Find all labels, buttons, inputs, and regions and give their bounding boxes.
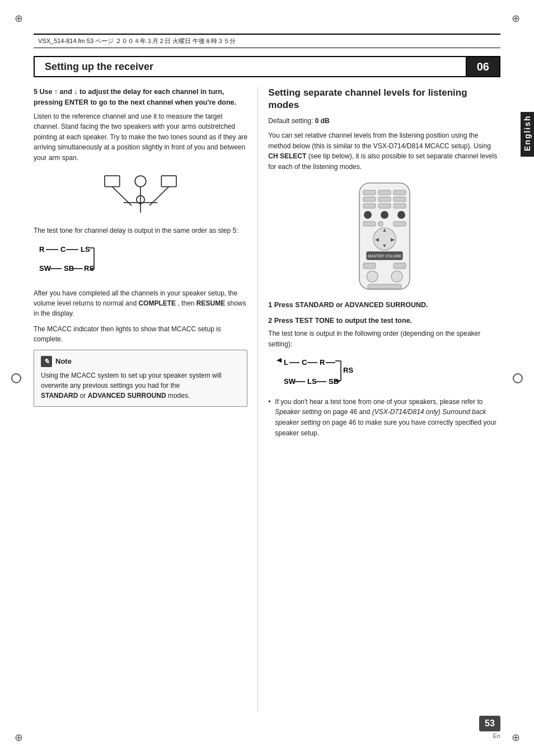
svg-text:R: R (39, 245, 45, 253)
step2-heading: 2 Press TEST TONE to output the test ton… (268, 316, 500, 326)
svg-rect-31 (394, 204, 406, 208)
channel-order-diagram: R C LS SW SB RS (34, 242, 247, 280)
svg-text:RS: RS (343, 366, 353, 374)
svg-text:C: C (60, 245, 66, 253)
bullet-text1: If you don't hear a test tone from one o… (275, 398, 483, 406)
bullet-note: If you don't hear a test tone from one o… (268, 397, 500, 438)
step1-heading: 1 Press STANDARD or ADVANCED SURROUND. (268, 300, 500, 311)
note-icon: ✎ (41, 356, 52, 367)
reg-mark-bl: ⊕ (10, 729, 27, 746)
note-bullet-text: Using the MCACC system to set up your sp… (41, 372, 222, 389)
svg-text:SW: SW (284, 377, 296, 386)
step5-body: Listen to the reference channel and use … (34, 111, 247, 163)
side-reg-left (11, 373, 21, 383)
test-tone-svg: L C R RS SW LS SB (274, 355, 386, 386)
svg-point-32 (364, 211, 372, 219)
svg-text:▲: ▲ (382, 227, 387, 233)
ch-select-label: CH SELECT (268, 152, 306, 160)
note-or: or (80, 392, 86, 400)
svg-point-48 (391, 271, 402, 282)
svg-point-1 (135, 176, 146, 187)
default-label: Default setting: (268, 117, 313, 125)
svg-text:R: R (320, 358, 325, 367)
svg-rect-0 (105, 176, 120, 187)
page-lang: En (493, 732, 500, 739)
page-number: 53 (479, 716, 500, 731)
svg-rect-46 (394, 263, 406, 269)
svg-text:◀: ◀ (374, 237, 378, 242)
svg-text:▶: ▶ (390, 237, 394, 242)
test-tone-diagram: L C R RS SW LS SB (274, 355, 500, 389)
diagram-caption: The test tone for channel delay is outpu… (34, 226, 247, 236)
speaker-diagram (96, 172, 185, 217)
svg-text:C: C (302, 358, 307, 367)
after-complete: After you have completed all the channel… (34, 288, 247, 318)
note-advanced: ADVANCED SURROUND (88, 392, 166, 400)
svg-rect-25 (394, 190, 406, 195)
step2-body: The test tone is output in the following… (268, 328, 500, 349)
svg-rect-37 (394, 222, 406, 226)
svg-point-47 (367, 271, 378, 282)
section-title: Setting up the receiver (34, 56, 466, 77)
file-info: VSX_514-814.fm 53 ページ ２００４年３月２日 火曜日 午後８時… (38, 37, 236, 45)
step2-right: 2 Press TEST TONE to output the test ton… (268, 316, 500, 349)
note-label: Note (55, 356, 72, 367)
reg-mark-tr: ⊕ (507, 10, 524, 27)
note-header: ✎ Note (41, 356, 240, 367)
page: ⊕ ⊕ ⊕ ⊕ VSX_514-814.fm 53 ページ ２００４年３月２日 … (0, 0, 534, 756)
svg-rect-35 (363, 222, 376, 226)
complete-label: COMPLETE (138, 299, 176, 307)
right-body: You can set relative channel levels from… (268, 130, 500, 172)
speaker-svg (96, 172, 185, 217)
page-num-area: 53 En (479, 716, 500, 739)
section-number: 06 (466, 56, 500, 77)
section-title-text: Setting up the receiver (45, 61, 153, 73)
section-header: Setting up the receiver 06 (34, 56, 500, 77)
svg-rect-26 (363, 197, 376, 201)
svg-rect-27 (378, 197, 391, 201)
svg-text:MASTER VOLUME: MASTER VOLUME (367, 254, 401, 258)
bullet-text2: on page 46 and (324, 408, 370, 416)
reg-mark-br: ⊕ (507, 729, 524, 746)
svg-rect-30 (378, 204, 391, 208)
svg-text:RS: RS (84, 264, 94, 273)
default-setting: Default setting: 0 dB (268, 116, 500, 126)
svg-rect-23 (363, 190, 376, 195)
right-heading: Setting separate channel levels for list… (268, 87, 500, 111)
step1-right: 1 Press STANDARD or ADVANCED SURROUND. (268, 300, 500, 311)
svg-text:LS: LS (307, 377, 317, 386)
right-body1: You can set relative channel levels from… (268, 132, 491, 150)
svg-point-34 (397, 211, 405, 219)
svg-text:SB: SB (64, 264, 74, 273)
top-bar: VSX_514-814.fm 53 ページ ２００４年３月２日 火曜日 午後８時… (34, 34, 500, 48)
svg-point-33 (381, 211, 388, 219)
default-value: 0 dB (315, 117, 330, 125)
main-content: 5 Use ↑ and ↓ to adjust the delay for ea… (34, 87, 500, 711)
resume-label: RESUME (196, 299, 225, 307)
svg-text:LS: LS (81, 245, 90, 253)
left-column: 5 Use ↑ and ↓ to adjust the delay for ea… (34, 87, 257, 711)
side-reg-right (513, 373, 523, 383)
reg-mark-tl: ⊕ (10, 10, 27, 27)
svg-rect-36 (378, 222, 383, 226)
svg-rect-24 (378, 190, 391, 195)
right-column: Setting separate channel levels for list… (257, 87, 500, 711)
after-complete-text2: , then (177, 299, 194, 307)
channel-order-svg: R C LS SW SB RS (34, 242, 146, 275)
svg-marker-50 (277, 358, 282, 363)
note-box: ✎ Note Using the MCACC system to set up … (34, 350, 247, 407)
svg-rect-29 (363, 204, 376, 208)
note-text: Using the MCACC system to set up your sp… (41, 370, 240, 401)
svg-rect-2 (161, 176, 176, 187)
english-tab: English (521, 112, 534, 157)
svg-text:SW: SW (39, 264, 51, 273)
bullet-italic1: Speaker setting (275, 408, 321, 416)
svg-text:▼: ▼ (382, 243, 387, 248)
svg-rect-45 (363, 263, 376, 269)
note-standard: STANDARD (41, 392, 78, 400)
remote-svg: ▲ ▼ ◀ ▶ MASTER VOLUME (351, 180, 418, 292)
remote-area: ▲ ▼ ◀ ▶ MASTER VOLUME (268, 180, 500, 292)
svg-text:L: L (284, 358, 288, 367)
svg-rect-28 (394, 197, 406, 201)
svg-rect-49 (368, 284, 401, 289)
